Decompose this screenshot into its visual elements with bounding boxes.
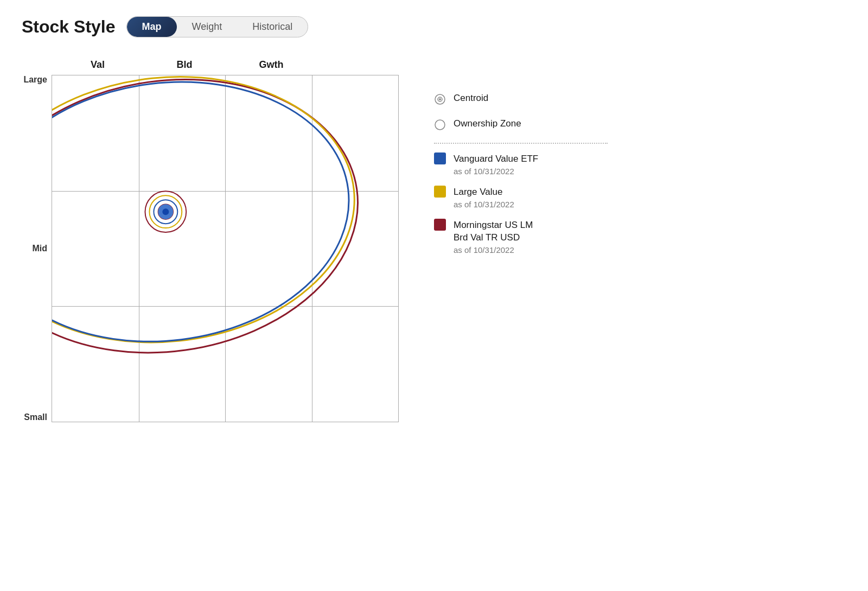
large-value-text: Large Value as of 10/31/2022 [454,186,514,209]
vanguard-text: Vanguard Value ETF as of 10/31/2022 [454,152,538,176]
chart-container: Val Bld Gwth Large Mid Small [22,59,401,422]
page-header: Stock Style Map Weight Historical [22,16,846,37]
legend-item-morningstar: Morningstar US LMBrd Val TR USD as of 10… [434,219,608,255]
tab-map[interactable]: Map [127,17,177,37]
content-area: Val Bld Gwth Large Mid Small [22,59,846,422]
y-label-large: Large [22,75,47,85]
centroid-legend-icon [434,93,446,107]
y-label-mid: Mid [22,244,47,253]
tab-weight[interactable]: Weight [177,17,238,37]
x-label-gwth: Gwth [228,59,315,71]
morningstar-text: Morningstar US LMBrd Val TR USD as of 10… [454,219,533,255]
svg-point-2 [439,98,441,100]
y-axis-labels: Large Mid Small [22,75,52,422]
legend-item-centroid: Centroid [434,92,608,107]
centroid-icon-svg [434,93,446,105]
legend-item-vanguard: Vanguard Value ETF as of 10/31/2022 [434,152,608,176]
legend-item-large-value: Large Value as of 10/31/2022 [434,186,608,209]
morningstar-swatch [434,219,446,231]
legend-divider [434,143,608,144]
legend: Centroid Ownership Zone Vanguard Value E… [434,59,608,264]
large-value-swatch [434,186,446,198]
svg-point-3 [435,120,445,130]
ellipse-large-value [52,75,368,361]
ellipse-vanguard [52,75,364,362]
ellipse-morningstar [52,75,375,377]
chart-svg [52,75,398,422]
x-axis-labels: Val Bld Gwth [54,59,401,71]
vanguard-swatch [434,152,446,164]
tab-historical[interactable]: Historical [237,17,308,37]
centroid-inner [162,208,169,215]
style-grid [52,75,399,422]
x-label-extra [315,59,401,71]
legend-item-ownership: Ownership Zone [434,117,608,133]
y-label-small: Small [22,412,47,422]
x-label-val: Val [54,59,141,71]
chart-with-y-axis: Large Mid Small [22,75,401,422]
tab-group: Map Weight Historical [126,16,309,37]
page-title: Stock Style [22,17,116,37]
ownership-icon-svg [434,119,446,131]
ownership-label: Ownership Zone [454,117,521,130]
x-label-bld: Bld [141,59,228,71]
ownership-legend-icon [434,119,446,133]
centroid-label: Centroid [454,92,488,105]
